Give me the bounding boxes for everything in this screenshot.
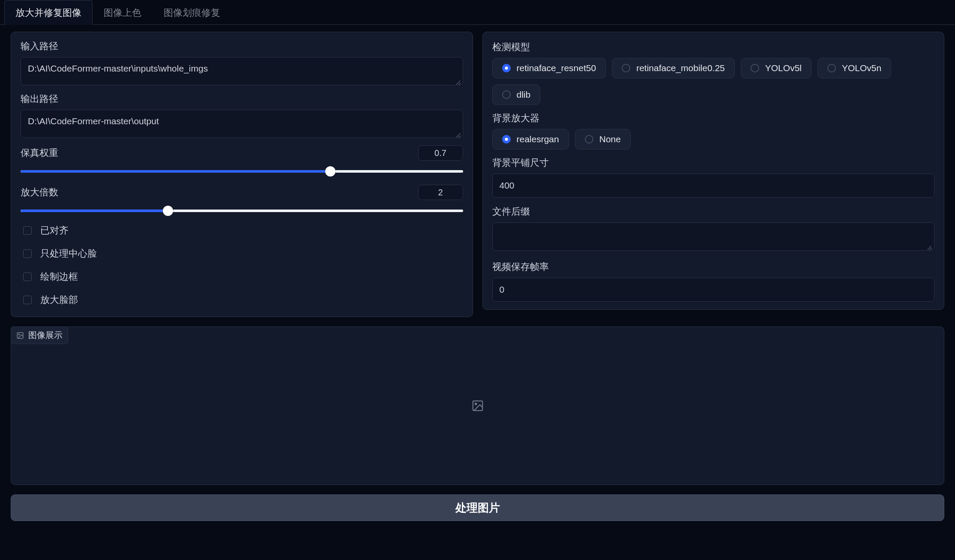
label-fps: 视频保存帧率 — [492, 261, 935, 273]
radio-realesrgan[interactable]: realesrgan — [492, 129, 569, 150]
output-path-field[interactable] — [21, 110, 463, 138]
radio-label: None — [599, 134, 621, 144]
run-button-label: 处理图片 — [455, 500, 500, 515]
radio-label: retinaface_mobile0.25 — [636, 63, 725, 73]
bg-upsampler-group: realesrgan None — [492, 129, 935, 150]
radio-label: retinaface_resnet50 — [517, 63, 596, 73]
label-input-path: 输入路径 — [21, 40, 463, 53]
fidelity-thumb[interactable] — [325, 166, 335, 177]
upscale-value[interactable]: 2 — [418, 185, 463, 200]
radio-none[interactable]: None — [575, 129, 631, 150]
radio-retinaface-mobile[interactable]: retinaface_mobile0.25 — [612, 58, 735, 78]
run-button[interactable]: 处理图片 — [11, 494, 944, 521]
radio-yolov5n[interactable]: YOLOv5n — [817, 58, 891, 78]
label-suffix: 文件后缀 — [492, 205, 935, 218]
radio-retinaface-resnet50[interactable]: retinaface_resnet50 — [492, 58, 606, 78]
image-display-panel[interactable]: 图像展示 — [11, 326, 944, 485]
radio-label: YOLOv5n — [842, 63, 881, 73]
radio-dlib[interactable]: dlib — [492, 84, 541, 105]
bg-tile-field[interactable] — [492, 174, 935, 198]
check-upscale-face[interactable]: 放大脸部 — [21, 288, 463, 311]
image-display-label: 图像展示 — [28, 329, 63, 341]
radio-label: realesrgan — [517, 134, 559, 144]
label-upscale: 放大倍数 — [21, 186, 58, 199]
check-label: 绘制边框 — [40, 270, 78, 283]
check-draw-box[interactable]: 绘制边框 — [21, 265, 463, 288]
radio-label: dlib — [517, 90, 531, 100]
svg-point-3 — [475, 403, 476, 405]
panel-right: 检测模型 retinaface_resnet50 retinaface_mobi… — [482, 32, 945, 310]
panel-left: 输入路径 输出路径 保真权重 0.7 — [11, 32, 473, 317]
radio-label: YOLOv5l — [765, 63, 802, 73]
svg-point-1 — [18, 334, 19, 335]
label-output-path: 输出路径 — [21, 93, 463, 105]
upscale-slider[interactable] — [21, 210, 463, 212]
checkbox-icon — [23, 226, 32, 235]
tab-scratch-fix[interactable]: 图像划痕修复 — [153, 0, 231, 25]
upscale-thumb[interactable] — [163, 206, 173, 216]
suffix-field[interactable] — [492, 222, 935, 251]
image-placeholder-icon — [471, 399, 484, 412]
check-label: 放大脸部 — [40, 293, 78, 306]
fps-field[interactable] — [492, 278, 935, 302]
check-label: 只处理中心脸 — [40, 247, 97, 260]
checkbox-icon — [23, 249, 32, 258]
check-label: 已对齐 — [40, 224, 69, 237]
radio-yolov5l[interactable]: YOLOv5l — [741, 58, 811, 78]
checkbox-icon — [23, 296, 32, 304]
check-center-face[interactable]: 只处理中心脸 — [21, 242, 463, 265]
tab-upscale-fix[interactable]: 放大并修复图像 — [4, 0, 93, 25]
label-bg-tile: 背景平铺尺寸 — [492, 156, 935, 169]
image-icon — [16, 332, 24, 339]
input-path-field[interactable] — [21, 57, 463, 85]
tab-colorize[interactable]: 图像上色 — [93, 0, 153, 25]
fidelity-value[interactable]: 0.7 — [418, 145, 463, 161]
label-fidelity: 保真权重 — [21, 147, 58, 159]
check-aligned[interactable]: 已对齐 — [21, 219, 463, 242]
label-bg-upsampler: 背景放大器 — [492, 112, 935, 125]
label-detect-model: 检测模型 — [492, 41, 935, 54]
tabs-bar: 放大并修复图像 图像上色 图像划痕修复 — [0, 0, 955, 25]
detect-model-group: retinaface_resnet50 retinaface_mobile0.2… — [492, 58, 935, 105]
image-display-tag: 图像展示 — [11, 326, 68, 344]
fidelity-slider[interactable] — [21, 170, 463, 173]
checkbox-icon — [23, 273, 32, 281]
